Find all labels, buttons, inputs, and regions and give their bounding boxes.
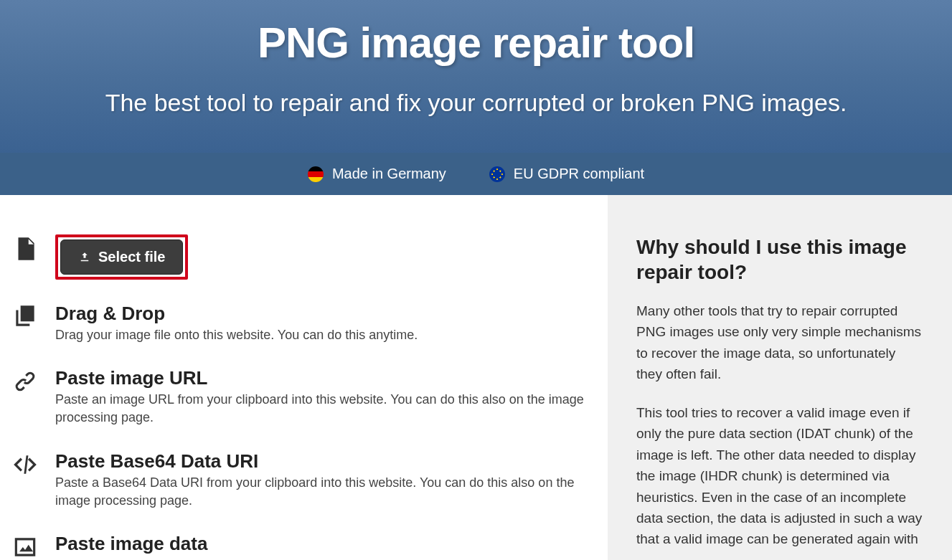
method-desc: Drag your image file onto this website. … — [55, 326, 418, 344]
sidebar-paragraph: Many other tools that try to repair corr… — [636, 300, 923, 385]
method-paste-image-data: Paste image data — [11, 533, 586, 560]
image-file-icon — [11, 234, 39, 263]
method-title: Paste image URL — [55, 367, 586, 389]
method-paste-url: Paste image URL Paste an image URL from … — [11, 367, 586, 427]
eu-flag-icon — [489, 166, 505, 182]
method-desc: Paste a Base64 Data URI from your clipbo… — [55, 474, 586, 510]
link-icon — [11, 367, 39, 396]
info-sidebar: Why should I use this image repair tool?… — [608, 195, 952, 560]
image-icon — [11, 533, 39, 560]
method-drag-drop: Drag & Drop Drag your image file onto th… — [11, 303, 586, 344]
copy-icon — [11, 303, 39, 331]
badge-bar: Made in Germany EU GDPR compliant — [0, 153, 952, 195]
code-icon — [11, 450, 39, 479]
hero-banner: PNG image repair tool The best tool to r… — [0, 0, 952, 153]
badge-eu-gdpr: EU GDPR compliant — [489, 166, 644, 182]
sidebar-paragraph: This tool tries to recover a valid image… — [636, 402, 923, 550]
upload-methods-column: Select file Drag & Drop Drag your image … — [0, 195, 608, 560]
select-file-highlight: Select file — [55, 234, 188, 280]
method-paste-base64: Paste Base64 Data URI Paste a Base64 Dat… — [11, 450, 586, 510]
method-desc: Paste an image URL from your clipboard i… — [55, 391, 586, 427]
page-title: PNG image repair tool — [14, 18, 938, 67]
badge-label: Made in Germany — [332, 166, 446, 182]
badge-made-in-germany: Made in Germany — [308, 166, 446, 182]
upload-icon — [78, 251, 91, 264]
sidebar-heading: Why should I use this image repair tool? — [636, 234, 923, 285]
page-subtitle: The best tool to repair and fix your cor… — [14, 89, 938, 117]
select-file-label: Select file — [98, 249, 165, 265]
germany-flag-icon — [308, 166, 324, 182]
badge-label: EU GDPR compliant — [514, 166, 644, 182]
method-title: Drag & Drop — [55, 303, 418, 325]
select-file-button[interactable]: Select file — [60, 239, 183, 275]
method-title: Paste image data — [55, 533, 207, 555]
method-select-file: Select file — [11, 234, 586, 280]
method-title: Paste Base64 Data URI — [55, 450, 586, 473]
